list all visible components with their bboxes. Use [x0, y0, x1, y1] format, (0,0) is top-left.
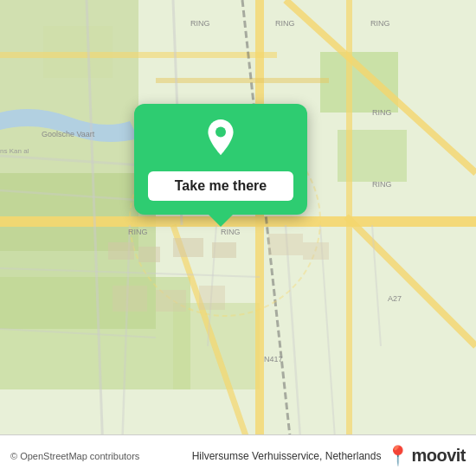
- svg-rect-30: [138, 247, 160, 262]
- svg-point-38: [215, 127, 226, 138]
- svg-rect-34: [303, 242, 329, 260]
- popup-card: Take me there: [134, 104, 307, 215]
- location-pin-icon: [200, 119, 241, 161]
- ring-label-1: RING: [190, 19, 210, 28]
- map-container: RING RING RING RING RING RING RING A27 N…: [0, 0, 476, 476]
- svg-rect-37: [199, 286, 225, 310]
- moovit-pin-icon: 📍: [386, 447, 409, 466]
- moovit-brand-text: moovit: [411, 446, 466, 466]
- ring-label-4: RING: [372, 108, 392, 117]
- ns-kanaal-label: ns Kan al: [0, 147, 29, 155]
- svg-rect-31: [173, 238, 203, 257]
- moovit-logo: 📍 moovit: [386, 446, 466, 466]
- ring-label-5: RING: [372, 180, 392, 189]
- svg-rect-29: [108, 242, 134, 260]
- ring-label-6: RING: [128, 228, 148, 236]
- svg-rect-36: [156, 290, 186, 312]
- footer-bar: © OpenStreetMap contributors Hilversumse…: [0, 434, 476, 476]
- map-svg: [0, 0, 476, 476]
- take-me-there-button[interactable]: Take me there: [148, 171, 293, 201]
- svg-rect-35: [113, 286, 147, 312]
- n417-label: N417: [264, 355, 283, 363]
- footer-copyright: © OpenStreetMap contributors: [10, 451, 139, 461]
- svg-rect-3: [320, 52, 398, 113]
- ring-label-2: RING: [275, 19, 295, 28]
- footer-right: Hilversumse Verhuisservice, Netherlands …: [192, 446, 466, 466]
- ring-label-7: RING: [221, 228, 241, 236]
- svg-rect-15: [346, 0, 352, 476]
- location-name: Hilversumse Verhuisservice, Netherlands: [192, 450, 382, 462]
- ring-label-3: RING: [370, 19, 390, 28]
- goolsche-vaart-label: Goolsche Vaart: [42, 130, 94, 138]
- svg-rect-33: [268, 234, 303, 255]
- copyright-text: © OpenStreetMap contributors: [10, 451, 139, 461]
- svg-rect-13: [0, 52, 277, 58]
- a27-label: A27: [388, 294, 402, 303]
- svg-rect-14: [156, 78, 329, 83]
- svg-rect-8: [0, 216, 476, 227]
- svg-rect-9: [255, 0, 264, 476]
- svg-rect-32: [212, 242, 236, 258]
